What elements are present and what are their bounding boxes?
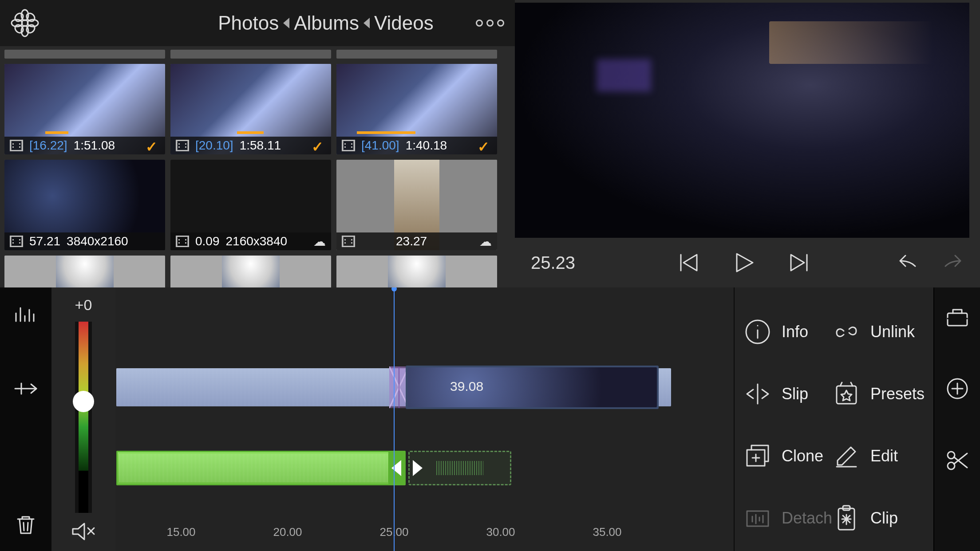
clip-duration: 1:58.11	[240, 138, 281, 153]
clip-thumbnail[interactable]: 23.27 ☁	[336, 160, 497, 250]
skip-back-button[interactable]	[677, 251, 700, 274]
edit-button[interactable]: Edit	[832, 425, 925, 487]
film-icon	[176, 140, 189, 151]
svg-rect-29	[747, 511, 768, 526]
time-ruler[interactable]: 15.00 20.00 25.00 30.00 35.00	[115, 525, 734, 547]
detach-button: Detach	[743, 487, 832, 549]
edit-icon	[832, 442, 861, 470]
volume-value: +0	[75, 296, 92, 314]
breadcrumb-albums[interactable]: Albums	[294, 12, 359, 34]
media-browser: Photos Albums Videos [16.2	[0, 0, 515, 287]
check-icon: ✓	[478, 138, 492, 153]
mute-icon[interactable]	[70, 521, 97, 542]
unlink-button[interactable]: Unlink	[832, 301, 925, 363]
clip-thumbnail[interactable]	[4, 256, 165, 287]
ruler-tick: 15.00	[166, 525, 195, 539]
right-toolbar	[933, 287, 980, 551]
svg-rect-36	[948, 313, 967, 326]
thumbnail-info: [41.00] 1:40.18 ✓	[336, 137, 497, 154]
thumbnail-image	[4, 256, 165, 287]
thumbnail-info: 23.27 ☁	[336, 232, 497, 250]
clip-thumbnail[interactable]: 0.09 2160x3840 ☁	[170, 160, 331, 250]
clip-duration: 57.21	[29, 234, 60, 248]
clip-thumbnail[interactable]: [16.22] 1:51.08 ✓	[4, 64, 165, 154]
detach-icon	[743, 504, 772, 532]
info-icon	[743, 318, 772, 346]
clip-duration: 1:40.18	[406, 138, 447, 153]
chevron-left-icon	[364, 18, 370, 28]
volume-meter: +0	[51, 287, 115, 551]
skip-forward-button[interactable]	[787, 251, 810, 274]
volume-slider[interactable]	[75, 322, 92, 513]
undo-button[interactable]	[897, 251, 920, 274]
selection-range: [20.10]	[195, 138, 233, 153]
action-label: Edit	[870, 447, 898, 465]
timeline[interactable]: 39.08 15.00 20.00 25.00 30.00 35.00	[115, 287, 734, 551]
clip-duration: 1:51.08	[74, 138, 115, 153]
action-label: Slip	[782, 385, 808, 403]
ruler-tick: 35.00	[593, 525, 621, 539]
info-button[interactable]: Info	[743, 301, 832, 363]
cloud-icon: ☁	[479, 234, 492, 249]
clip-thumbnail[interactable]: [41.00] 1:40.18 ✓	[336, 64, 497, 154]
thumbnail-image	[336, 256, 497, 287]
check-icon: ✓	[146, 138, 160, 153]
clone-button[interactable]: Clone	[743, 425, 832, 487]
unlink-icon	[832, 318, 861, 346]
clip-thumbnail[interactable]	[336, 50, 497, 59]
audio-track-clip[interactable]	[116, 451, 406, 485]
selection-range: [16.22]	[29, 138, 67, 153]
audio-ghost-region[interactable]	[408, 451, 511, 485]
presets-button[interactable]: Presets	[832, 363, 925, 425]
action-label: Unlink	[870, 323, 915, 341]
clip-duration: 0.09	[195, 234, 220, 248]
undo-redo	[897, 251, 964, 274]
clip-thumbnail[interactable]: [20.10] 1:58.11 ✓	[170, 64, 331, 154]
ruler-tick: 30.00	[486, 525, 515, 539]
thumbnail-info: 0.09 2160x3840 ☁	[170, 232, 331, 250]
app-logo-icon[interactable]	[11, 9, 39, 37]
clip-duration-label: 39.08	[450, 379, 483, 394]
clip-thumbnail[interactable]	[170, 50, 331, 59]
playhead[interactable]	[394, 287, 395, 551]
more-options-icon[interactable]	[476, 20, 504, 27]
film-icon	[176, 236, 189, 247]
action-label: Info	[782, 323, 808, 341]
clip-resolution: 2160x3840	[226, 234, 288, 248]
trash-icon[interactable]	[13, 514, 38, 535]
clip-duration: 23.27	[396, 234, 427, 248]
clone-icon	[743, 442, 772, 470]
toolbox-icon[interactable]	[945, 305, 970, 328]
clip-button[interactable]: Clip	[832, 487, 925, 549]
breadcrumb-videos[interactable]: Videos	[374, 12, 434, 34]
volume-handle[interactable]	[73, 391, 94, 412]
trim-handle-left[interactable]	[388, 452, 404, 484]
trim-handle-right[interactable]	[410, 452, 426, 484]
play-button[interactable]	[732, 251, 755, 274]
redo-button	[941, 251, 964, 274]
preview-viewport[interactable]	[515, 3, 969, 238]
clipboard-icon	[832, 504, 861, 532]
playback-bar: 25.23	[515, 238, 980, 287]
selection-range: [41.00]	[361, 138, 399, 153]
selection-marker	[357, 131, 415, 134]
add-icon[interactable]	[945, 377, 970, 400]
clip-thumbnail[interactable]	[336, 256, 497, 287]
breadcrumb-photos[interactable]: Photos	[218, 12, 279, 34]
clip-thumbnail[interactable]	[170, 256, 331, 287]
thumbnail-info: 57.21 3840x2160	[4, 232, 165, 250]
thumbnail-image	[170, 256, 331, 287]
film-icon	[342, 236, 355, 247]
routing-icon[interactable]	[13, 378, 38, 399]
action-label: Detach	[782, 509, 832, 527]
audio-levels-icon[interactable]	[13, 303, 38, 325]
clip-thumbnail[interactable]: 57.21 3840x2160	[4, 160, 165, 250]
slip-button[interactable]: Slip	[743, 363, 832, 425]
preview-panel: 25.23	[515, 0, 980, 287]
clip-thumbnail[interactable]	[4, 50, 165, 59]
action-label: Clone	[782, 447, 823, 465]
video-track-clip[interactable]: 39.08	[406, 366, 659, 409]
playback-controls	[677, 251, 810, 274]
selection-marker	[237, 131, 264, 134]
scissors-icon[interactable]	[945, 449, 970, 472]
